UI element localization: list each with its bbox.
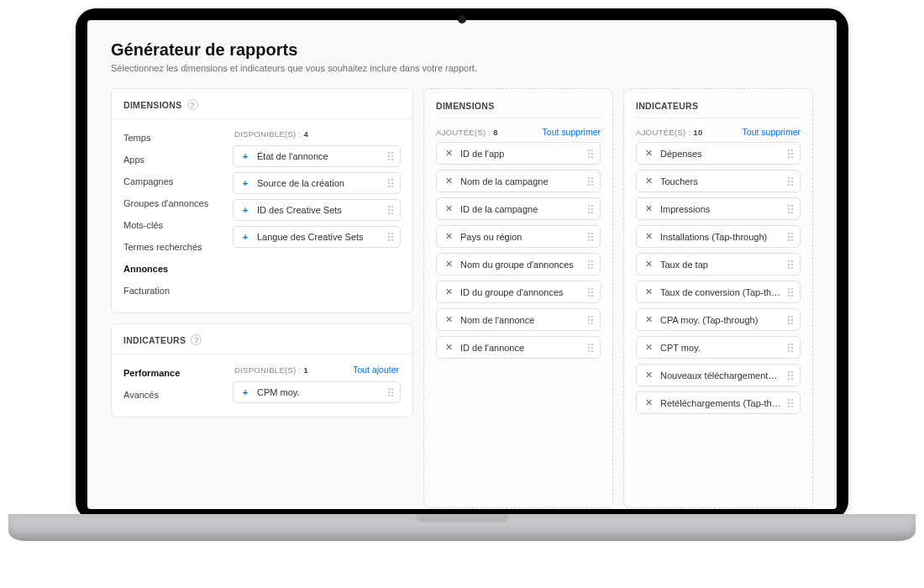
- added-dimension-chip[interactable]: ✕ID de la campagne: [436, 197, 601, 220]
- available-dimension-chip[interactable]: +ID des Creative Sets: [233, 199, 401, 221]
- indicator-category-item[interactable]: Avancés: [123, 385, 224, 405]
- available-dimension-chip[interactable]: +Langue des Creative Sets: [233, 226, 401, 248]
- help-icon[interactable]: ?: [187, 99, 198, 110]
- dimensions-drop-zone[interactable]: DIMENSIONS AJOUTÉE(S) : 8 Tout supprimer…: [423, 88, 613, 508]
- added-indicator-chip[interactable]: ✕CPT moy.: [636, 336, 801, 359]
- laptop-mockup: Générateur de rapports Sélectionnez les …: [0, 0, 924, 588]
- dimension-category-item[interactable]: Groupes d'annonces: [123, 193, 224, 213]
- help-icon[interactable]: ?: [191, 334, 202, 345]
- dimensions-panel-title: DIMENSIONS: [123, 100, 182, 110]
- close-icon[interactable]: ✕: [643, 314, 654, 325]
- added-dimension-chip[interactable]: ✕Nom de la campagne: [436, 170, 601, 192]
- dimension-category-item[interactable]: Annonces: [123, 259, 224, 279]
- close-icon[interactable]: ✕: [444, 286, 454, 297]
- added-indicator-chip[interactable]: ✕Dépenses: [636, 142, 801, 165]
- dimensions-added-label: AJOUTÉE(S) : 8: [436, 128, 498, 137]
- close-icon[interactable]: ✕: [643, 286, 654, 297]
- added-indicator-chip[interactable]: ✕Installations (Tap-through): [636, 225, 801, 248]
- remove-all-indicators-link[interactable]: Tout supprimer: [743, 127, 801, 137]
- chip-label: CPT moy.: [660, 343, 781, 353]
- drag-handle-icon[interactable]: [588, 233, 593, 241]
- close-icon[interactable]: ✕: [643, 203, 654, 214]
- drag-handle-icon[interactable]: [588, 288, 593, 297]
- drag-handle-icon[interactable]: [388, 206, 393, 214]
- left-column: DIMENSIONS ? TempsAppsCampagnesGroupes d…: [111, 88, 413, 508]
- added-dimension-chip[interactable]: ✕Nom du groupe d'annonces: [436, 253, 601, 276]
- added-indicator-chip[interactable]: ✕Nouveaux téléchargements (Tap-thro...: [636, 364, 801, 386]
- app-screen: Générateur de rapports Sélectionnez les …: [87, 20, 837, 509]
- close-icon[interactable]: ✕: [444, 176, 454, 186]
- available-dimension-chip[interactable]: +État de l'annonce: [233, 145, 401, 167]
- added-dimension-chip[interactable]: ✕ID de l'app: [436, 142, 601, 165]
- close-icon[interactable]: ✕: [444, 148, 454, 159]
- plus-icon: +: [240, 178, 250, 188]
- indicator-category-item[interactable]: Performance: [123, 363, 224, 383]
- drag-handle-icon[interactable]: [788, 205, 793, 213]
- drag-handle-icon[interactable]: [588, 344, 593, 352]
- drag-handle-icon[interactable]: [588, 150, 593, 158]
- drag-handle-icon[interactable]: [588, 260, 593, 269]
- drag-handle-icon[interactable]: [388, 179, 393, 187]
- dimension-category-item[interactable]: Apps: [123, 150, 224, 170]
- close-icon[interactable]: ✕: [643, 148, 654, 159]
- drag-handle-icon[interactable]: [788, 150, 793, 158]
- added-indicator-chip[interactable]: ✕Taux de conversion (Tap-through): [636, 281, 801, 303]
- drag-handle-icon[interactable]: [388, 233, 393, 241]
- drag-handle-icon[interactable]: [788, 177, 793, 186]
- drag-handle-icon[interactable]: [388, 152, 393, 160]
- dimension-category-item[interactable]: Facturation: [123, 281, 224, 301]
- added-indicator-chip[interactable]: ✕Retéléchargements (Tap-through): [636, 391, 801, 414]
- close-icon[interactable]: ✕: [444, 259, 454, 270]
- drag-handle-icon[interactable]: [788, 344, 793, 352]
- close-icon[interactable]: ✕: [444, 342, 454, 353]
- indicators-added-list: ✕Dépenses✕Touchers✕Impressions✕Installat…: [636, 142, 801, 414]
- added-dimension-chip[interactable]: ✕ID du groupe d'annonces: [436, 281, 601, 303]
- drag-handle-icon[interactable]: [788, 399, 793, 407]
- dimension-category-item[interactable]: Campagnes: [123, 171, 224, 192]
- chip-label: Taux de tap: [660, 260, 781, 270]
- dimensions-drop-title: DIMENSIONS: [436, 97, 601, 118]
- added-dimension-chip[interactable]: ✕ID de l'annonce: [436, 336, 601, 359]
- added-indicator-chip[interactable]: ✕Impressions: [636, 197, 801, 220]
- available-dimension-chip[interactable]: +Source de la création: [233, 172, 401, 194]
- drag-handle-icon[interactable]: [788, 233, 793, 241]
- close-icon[interactable]: ✕: [643, 342, 654, 353]
- drag-handle-icon[interactable]: [588, 316, 593, 324]
- added-dimension-chip[interactable]: ✕Pays ou région: [436, 225, 601, 248]
- drag-handle-icon[interactable]: [388, 388, 393, 396]
- dimension-category-item[interactable]: Termes recherchés: [123, 237, 224, 257]
- plus-icon: +: [240, 387, 250, 397]
- close-icon[interactable]: ✕: [444, 203, 454, 214]
- drag-handle-icon[interactable]: [788, 288, 793, 297]
- drag-handle-icon[interactable]: [788, 316, 793, 324]
- laptop-base: [8, 514, 916, 541]
- plus-icon: +: [240, 205, 250, 215]
- added-indicator-chip[interactable]: ✕Taux de tap: [636, 253, 801, 276]
- close-icon[interactable]: ✕: [643, 176, 654, 186]
- drag-handle-icon[interactable]: [588, 177, 593, 186]
- remove-all-dimensions-link[interactable]: Tout supprimer: [543, 127, 601, 137]
- dimension-category-item[interactable]: Mots-clés: [123, 215, 224, 235]
- indicators-panel: INDICATEURS ? PerformanceAvancés DISPONI…: [111, 323, 413, 417]
- indicators-available-label: DISPONIBLE(S) : 1: [234, 365, 308, 375]
- added-dimension-chip[interactable]: ✕Nom de l'annonce: [436, 308, 601, 331]
- added-indicator-chip[interactable]: ✕Touchers: [636, 170, 801, 192]
- add-all-link[interactable]: Tout ajouter: [353, 365, 399, 375]
- available-indicator-chip[interactable]: +CPM moy.: [233, 381, 401, 403]
- drag-handle-icon[interactable]: [788, 371, 793, 380]
- close-icon[interactable]: ✕: [643, 397, 654, 408]
- close-icon[interactable]: ✕: [444, 314, 454, 325]
- indicators-drop-zone[interactable]: INDICATEURS AJOUTÉE(S) : 10 Tout supprim…: [623, 88, 813, 508]
- main-columns: DIMENSIONS ? TempsAppsCampagnesGroupes d…: [111, 88, 813, 508]
- added-indicator-chip[interactable]: ✕CPA moy. (Tap-through): [636, 308, 801, 331]
- drag-handle-icon[interactable]: [588, 205, 593, 213]
- close-icon[interactable]: ✕: [643, 259, 654, 270]
- drag-handle-icon[interactable]: [788, 260, 793, 269]
- close-icon[interactable]: ✕: [643, 370, 654, 381]
- chip-label: Nom du groupe d'annonces: [460, 260, 581, 270]
- dimensions-panel-header: DIMENSIONS ?: [112, 89, 412, 119]
- dimensions-category-list: TempsAppsCampagnesGroupes d'annoncesMots…: [123, 128, 224, 301]
- dimension-category-item[interactable]: Temps: [123, 128, 224, 148]
- close-icon[interactable]: ✕: [444, 231, 454, 242]
- close-icon[interactable]: ✕: [643, 231, 654, 242]
